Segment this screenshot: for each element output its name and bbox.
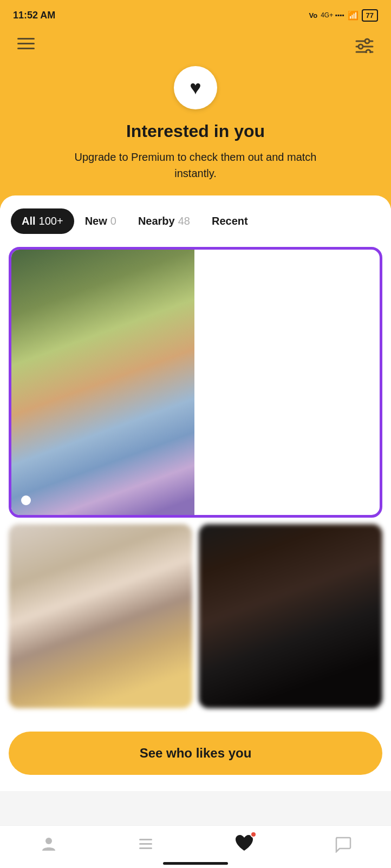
status-bar: 11:52 AM Vo 4G+ ▪▪▪▪ 📶 77	[0, 0, 391, 28]
wifi-icon: 📶	[348, 10, 359, 21]
main-card: All 100+ New 0 Nearby 48 Recent	[0, 195, 391, 791]
hamburger-line-1	[17, 38, 35, 40]
svg-point-6	[45, 838, 52, 844]
filter-button[interactable]	[353, 36, 376, 55]
nav-profile[interactable]	[40, 836, 57, 853]
hero-title: Interested in you	[126, 121, 265, 141]
tab-recent-label: Recent	[212, 215, 248, 227]
status-icons: Vo 4G+ ▪▪▪▪ 📶 77	[309, 9, 379, 22]
cta-wrapper: See who likes you	[9, 732, 382, 775]
tab-new[interactable]: New 0	[74, 208, 127, 234]
hamburger-line-2	[17, 43, 35, 44]
profile-card-right[interactable]	[199, 524, 382, 708]
featured-card[interactable]	[9, 247, 382, 518]
home-indicator	[163, 862, 228, 865]
tab-recent[interactable]: Recent	[201, 208, 259, 234]
svg-rect-8	[139, 843, 152, 845]
network-icon: Vo	[309, 11, 318, 19]
featured-photo-right	[197, 250, 380, 515]
svg-rect-9	[139, 847, 152, 849]
svg-point-5	[366, 50, 370, 53]
hero-section: ♥ Interested in you Upgrade to Premium t…	[0, 55, 391, 208]
signal-strength: 4G+ ▪▪▪▪	[321, 11, 344, 19]
svg-point-1	[365, 39, 369, 43]
stack-icon	[137, 836, 154, 853]
tab-all-count: 100+	[39, 215, 63, 227]
tab-nearby-label: Nearby	[138, 215, 175, 227]
tab-all-label: All	[22, 215, 36, 227]
tab-new-label: New	[85, 215, 107, 227]
photo-grid	[0, 243, 391, 713]
person-icon	[40, 836, 57, 853]
tab-all[interactable]: All 100+	[11, 208, 74, 234]
photo-indicator-bar	[266, 499, 310, 505]
profile-card-left[interactable]	[9, 524, 192, 708]
nav-likes[interactable]	[234, 833, 255, 855]
featured-photo-left	[11, 250, 194, 515]
app-header	[0, 28, 391, 55]
tabs-row: All 100+ New 0 Nearby 48 Recent	[0, 195, 391, 243]
menu-button[interactable]	[15, 36, 37, 51]
status-time: 11:52 AM	[13, 10, 55, 21]
tab-new-count: 0	[110, 215, 116, 227]
sliders-icon	[355, 38, 374, 53]
svg-point-3	[359, 44, 363, 49]
svg-rect-7	[139, 839, 152, 840]
likes-badge	[250, 831, 257, 838]
bottom-cards-row	[9, 524, 382, 708]
hamburger-line-3	[17, 48, 35, 49]
heart-icon: ♥	[190, 78, 201, 97]
heart-circle: ♥	[174, 66, 217, 109]
tab-nearby-count: 48	[178, 215, 190, 227]
nav-messages[interactable]	[334, 836, 351, 853]
hero-subtitle: Upgrade to Premium to check them out and…	[55, 149, 336, 181]
chat-icon	[334, 836, 351, 853]
see-who-likes-button[interactable]: See who likes you	[9, 732, 382, 775]
tab-nearby[interactable]: Nearby 48	[127, 208, 201, 234]
nav-discover[interactable]	[137, 836, 154, 853]
photo-indicator-dot	[21, 495, 31, 505]
battery-indicator: 77	[362, 9, 378, 22]
